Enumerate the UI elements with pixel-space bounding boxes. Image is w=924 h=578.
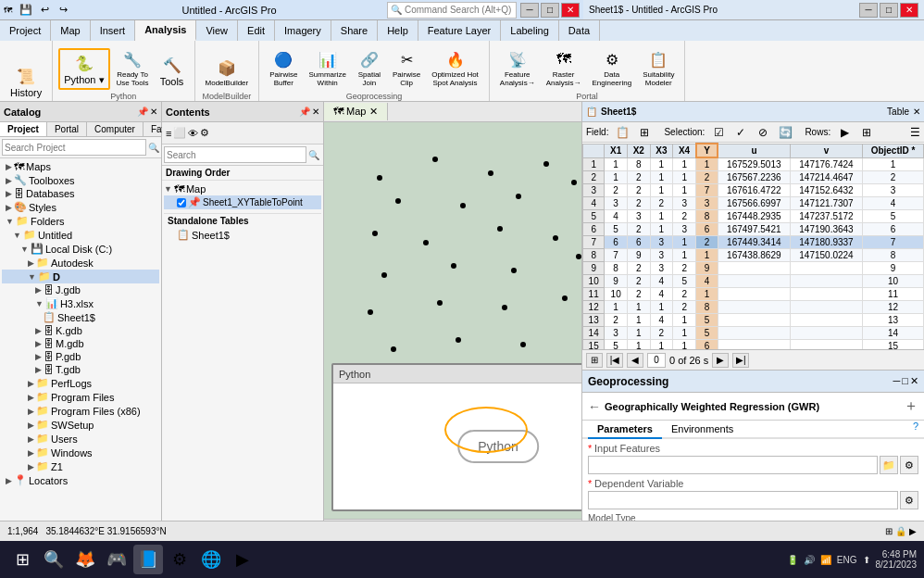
table-row[interactable]: 1110242111: [583, 288, 924, 301]
tab-imagery[interactable]: Imagery: [275, 20, 331, 41]
tab-data[interactable]: Data: [559, 20, 600, 41]
table-row[interactable]: 155111615: [583, 340, 924, 350]
gp-add-btn[interactable]: ＋: [904, 396, 918, 416]
catalog-item-d[interactable]: ▼📁D: [2, 270, 159, 283]
catalog-item-tgdb[interactable]: ▶🗄T.gdb: [2, 363, 159, 376]
arcgis-minimize-btn[interactable]: ─: [520, 3, 539, 18]
col-x4[interactable]: X4: [673, 144, 696, 157]
catalog-item-windows[interactable]: ▶📁Windows: [2, 446, 159, 459]
catalog-item-sheet1[interactable]: 📋Sheet1$: [2, 310, 159, 324]
catalog-item-programfiles[interactable]: ▶📁Program Files: [2, 390, 159, 404]
catalog-item-mgdb[interactable]: ▶🗄M.gdb: [2, 337, 159, 350]
catalog-tab-portal[interactable]: Portal: [47, 122, 87, 136]
input-features-settings-btn[interactable]: ⚙: [900, 456, 918, 474]
arcgis-restore-btn[interactable]: □: [541, 3, 559, 18]
table-row[interactable]: 652136167497.5421147190.36436: [583, 223, 924, 236]
tools-btn[interactable]: 🔨 Tools: [156, 51, 189, 90]
col-x1[interactable]: X1: [605, 144, 628, 157]
input-features-folder-btn[interactable]: 📁: [880, 456, 898, 474]
restore-btn[interactable]: □: [880, 3, 898, 18]
table-row-selected[interactable]: 766312167449.3414147180.93377: [583, 236, 924, 249]
catalog-item-programfilesx86[interactable]: ▶📁Program Files (x86): [2, 404, 159, 418]
sel-btn2[interactable]: ✓: [730, 123, 751, 142]
table-nav-last[interactable]: ▶|: [732, 353, 749, 368]
catalog-item-kgdb[interactable]: ▶🗄K.gdb: [2, 324, 159, 337]
gp-tab-parameters[interactable]: Parameters: [588, 421, 662, 439]
close-btn[interactable]: ✕: [900, 3, 918, 18]
suitability-modeler-btn[interactable]: 📋 SuitabilityModeler: [638, 45, 679, 90]
gp-close-btn[interactable]: ✕: [910, 375, 918, 387]
catalog-item-untitled[interactable]: ▼📁Untitled: [2, 228, 159, 242]
gp-help-btn[interactable]: ?: [913, 421, 918, 437]
taskbar-icon-4[interactable]: ⚙: [165, 545, 194, 574]
arcgis-close-btn[interactable]: ✕: [561, 3, 580, 18]
catalog-pin-btn[interactable]: 📌: [137, 107, 148, 117]
contents-sheet-item[interactable]: 📋 Sheet1$: [164, 228, 321, 242]
search-btn[interactable]: 🔍: [148, 143, 159, 153]
table-row[interactable]: 543128167448.2935147237.51725: [583, 210, 924, 223]
catalog-item-styles[interactable]: ▶🎨Styles: [2, 200, 159, 214]
python-btn[interactable]: 🐍 Python ▾: [58, 48, 109, 90]
table-icon-btn1[interactable]: ⊞: [586, 353, 603, 368]
sel-btn1[interactable]: ☑: [708, 123, 729, 142]
command-search[interactable]: [405, 3, 516, 18]
redo-btn[interactable]: ↪: [55, 3, 71, 18]
hot-spot-btn[interactable]: 🔥 Optimized HotSpot Analysis: [427, 45, 483, 90]
tab-project[interactable]: Project: [0, 20, 51, 41]
field-btn2[interactable]: ⊞: [634, 123, 655, 142]
catalog-item-databases[interactable]: ▶🗄Databases: [2, 187, 159, 200]
contents-map-item[interactable]: ▼ 🗺 Map: [164, 182, 321, 195]
rows-btn2[interactable]: ⊞: [856, 123, 877, 142]
table-nav-first[interactable]: |◀: [606, 353, 623, 368]
contents-settings-btn[interactable]: ⚙: [200, 127, 209, 139]
pairwise-clip-btn[interactable]: ✂ PairwiseClip: [388, 45, 425, 90]
field-btn1[interactable]: 📋: [612, 123, 632, 142]
taskbar-icon-6[interactable]: ▶: [228, 545, 257, 574]
modelbuilder-btn[interactable]: 📦 ModelBuilder: [201, 54, 254, 90]
taskbar-icon-2[interactable]: 🎮: [102, 545, 131, 574]
tab-feature-layer[interactable]: Feature Layer: [418, 20, 501, 41]
contents-layer-item[interactable]: 📌 Sheet1_XYTableToPoint: [164, 195, 321, 209]
ready-tools-btn[interactable]: 🔧 Ready ToUse Tools: [112, 45, 154, 90]
catalog-item-maps[interactable]: ▶🗺Maps: [2, 160, 159, 173]
catalog-tab-computer[interactable]: Computer: [87, 122, 144, 136]
table-row[interactable]: 143121514: [583, 327, 924, 340]
visibility-btn[interactable]: 👁: [188, 128, 198, 139]
catalog-item-users[interactable]: ▶📁Users: [2, 432, 159, 446]
table-row[interactable]: 109245410: [583, 275, 924, 288]
table-row[interactable]: 118111167529.5013147176.74241: [583, 157, 924, 171]
map-tab[interactable]: 🗺 Map ✕: [324, 103, 388, 120]
col-x3[interactable]: X3: [650, 144, 673, 157]
pairwise-buffer-btn[interactable]: 🔵 PairwiseBuffer: [265, 45, 302, 90]
tab-insert[interactable]: Insert: [91, 20, 136, 41]
sel-btn3[interactable]: ⊘: [753, 123, 773, 142]
catalog-item-pgdb[interactable]: ▶🗄P.gdb: [2, 350, 159, 363]
table-row[interactable]: 212112167567.2236147214.46472: [583, 171, 924, 184]
taskbar-icon-5[interactable]: 🌐: [196, 545, 226, 574]
table-row[interactable]: 132141513: [583, 314, 924, 327]
catalog-item-jgdb[interactable]: ▶🗄J.gdb: [2, 283, 159, 296]
history-btn[interactable]: 📜 History: [6, 62, 46, 101]
table-nav-prev[interactable]: ◀: [627, 353, 643, 368]
col-v[interactable]: v: [790, 144, 862, 157]
catalog-item-swsetup[interactable]: ▶📁SWSetup: [2, 418, 159, 432]
dependent-variable-input[interactable]: [588, 491, 898, 509]
col-y[interactable]: Y: [696, 144, 718, 157]
table-row[interactable]: 322117167616.4722147152.64323: [583, 184, 924, 197]
layer-visibility-checkbox[interactable]: [177, 198, 186, 207]
catalog-close-btn[interactable]: ✕: [150, 107, 157, 117]
catalog-item-h3xlsx[interactable]: ▼📊H3.xlsx: [2, 296, 159, 310]
contents-pin-btn[interactable]: 📌: [299, 107, 310, 117]
tab-labeling[interactable]: Labeling: [501, 20, 559, 41]
catalog-tab-project[interactable]: Project: [0, 122, 47, 136]
taskbar-icons-btn[interactable]: ⬆: [863, 555, 870, 565]
table-nav-next[interactable]: ▶: [712, 353, 729, 368]
spatial-join-btn[interactable]: 🔗 SpatialJoin: [353, 45, 386, 90]
catalog-item-folders[interactable]: ▼📁Folders: [2, 214, 159, 228]
gp-restore-btn[interactable]: □: [902, 375, 908, 387]
dependent-variable-settings-btn[interactable]: ⚙: [900, 491, 918, 509]
raster-analysis-btn[interactable]: 🗺 RasterAnalysis→: [542, 45, 586, 90]
catalog-item-autodesk[interactable]: ▶📁Autodesk: [2, 256, 159, 270]
search-taskbar-btn[interactable]: 🔍: [39, 545, 69, 574]
contents-search-icon[interactable]: 🔍: [306, 150, 321, 160]
